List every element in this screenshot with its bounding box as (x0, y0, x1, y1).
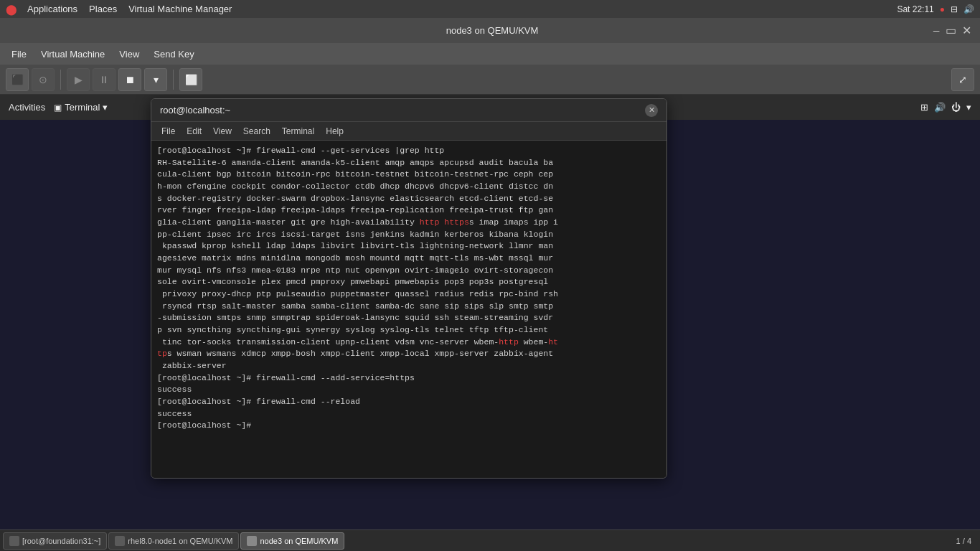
volume-icon: 🔊 (963, 4, 974, 14)
term-line: [root@localhost ~]# (157, 420, 661, 432)
terminal-menu-help[interactable]: Help (321, 125, 348, 138)
taskbar-item-node3[interactable]: node3 on QEMU/KVM (240, 532, 344, 550)
system-bar: ⬤ Applications Places Virtual Machine Ma… (0, 0, 980, 18)
task-label: rhel8.0-node1 on QEMU/KVM (128, 537, 232, 545)
terminal-menu-file[interactable]: File (157, 125, 179, 138)
terminal-titlebar: root@localhost:~ ✕ (151, 99, 666, 122)
term-line: success (157, 408, 661, 420)
menu-send-key[interactable]: Send Key (148, 46, 199, 62)
task-label: [root@foundation31:~] (22, 537, 100, 545)
task-label: node3 on QEMU/KVM (260, 537, 338, 545)
window-controls[interactable]: ‒ ▭ ✕ (933, 24, 971, 37)
system-bar-right: Sat 22:11 ● ⊟ 🔊 (897, 4, 974, 14)
taskbar: [root@foundation31:~] rhel8.0-node1 on Q… (0, 529, 980, 551)
task-icon (247, 536, 257, 546)
power-dropdown-icon[interactable]: ▾ (966, 102, 971, 113)
terminal-close-button[interactable]: ✕ (645, 104, 658, 117)
term-line: success (157, 384, 661, 396)
window-title: node3 on QEMU/KVM (52, 25, 933, 36)
task-icon (115, 536, 125, 546)
gnome-bar-left: Activities ▣ Terminal ▾ (9, 102, 108, 113)
term-line: [root@localhost ~]# firewall-cmd --get-s… (157, 145, 661, 157)
terminal-title: root@localhost:~ (160, 105, 230, 116)
recording-dot: ● (940, 4, 945, 14)
terminal-icon: ▣ (54, 103, 62, 113)
system-bar-left: ⬤ Applications Places Virtual Machine Ma… (6, 4, 236, 15)
vm-screen: Activities ▣ Terminal ▾ Sat 09:11 ⊞ 🔊 ⏻ … (0, 95, 980, 529)
term-line: [root@localhost ~]# firewall-cmd --reloa… (157, 396, 661, 408)
toolbar-sep2 (173, 70, 174, 90)
term-line: [root@localhost ~]# firewall-cmd --add-s… (157, 372, 661, 385)
terminal-content[interactable]: [root@localhost ~]# firewall-cmd --get-s… (151, 141, 666, 479)
terminal-button[interactable]: ▣ Terminal ▾ (54, 102, 108, 113)
toolbar-screen-btn[interactable]: ⬛ (6, 68, 29, 91)
network-status-icon: ⊞ (920, 102, 928, 113)
gnome-bar-right: ⊞ 🔊 ⏻ ▾ (920, 102, 971, 113)
taskbar-item-foundation[interactable]: [root@foundation31:~] (3, 532, 107, 550)
toolbar-stop-btn[interactable]: ⏹ (118, 68, 141, 91)
toolbar: ⬛ ⊙ ▶ ⏸ ⏹ ▾ ⬜ ⤢ (0, 65, 980, 95)
task-icon (9, 536, 19, 546)
places-menu[interactable]: Places (85, 4, 121, 14)
terminal-dropdown-icon[interactable]: ▾ (103, 102, 108, 113)
close-button[interactable]: ✕ (962, 24, 971, 37)
terminal-menu-edit[interactable]: Edit (182, 125, 206, 138)
toolbar-play-btn: ▶ (67, 68, 90, 91)
volume-status-icon: 🔊 (934, 102, 946, 113)
terminal-menu-terminal[interactable]: Terminal (278, 125, 319, 138)
toolbar-console-btn[interactable]: ⬜ (179, 68, 202, 91)
toolbar-pause-btn: ⏸ (93, 68, 116, 91)
page-info: 1 / 4 (956, 537, 977, 545)
terminal-menubar: File Edit View Search Terminal Help (151, 122, 666, 141)
menu-view[interactable]: View (113, 46, 145, 62)
activities-button[interactable]: Activities (9, 102, 45, 113)
applications-menu[interactable]: Applications (23, 4, 82, 14)
network-icon: ⊟ (951, 4, 958, 14)
terminal-menu-view[interactable]: View (209, 125, 236, 138)
toolbar-usb-btn: ⊙ (32, 68, 55, 91)
menu-virtual-machine[interactable]: Virtual Machine (35, 46, 110, 62)
redhat-icon: ⬤ (6, 4, 17, 15)
terminal-window: root@localhost:~ ✕ File Edit View Search… (151, 98, 667, 479)
restore-button[interactable]: ▭ (946, 24, 956, 37)
term-line: RH-Satellite-6 amanda-client amanda-k5-c… (157, 157, 661, 372)
toolbar-sep1 (60, 70, 61, 90)
toolbar-dropdown-btn[interactable]: ▾ (144, 68, 167, 91)
taskbar-item-node1[interactable]: rhel8.0-node1 on QEMU/KVM (108, 532, 239, 550)
toolbar-resize-btn[interactable]: ⤢ (951, 68, 974, 91)
vm-manager-menu[interactable]: Virtual Machine Manager (124, 4, 236, 14)
terminal-menu-search[interactable]: Search (239, 125, 275, 138)
menu-bar: File Virtual Machine View Send Key (0, 43, 980, 65)
power-icon[interactable]: ⏻ (951, 102, 961, 113)
window-titlebar: node3 on QEMU/KVM ‒ ▭ ✕ (0, 18, 980, 43)
menu-file[interactable]: File (6, 46, 32, 62)
datetime-display: Sat 22:11 (897, 4, 933, 14)
minimize-button[interactable]: ‒ (933, 24, 940, 37)
